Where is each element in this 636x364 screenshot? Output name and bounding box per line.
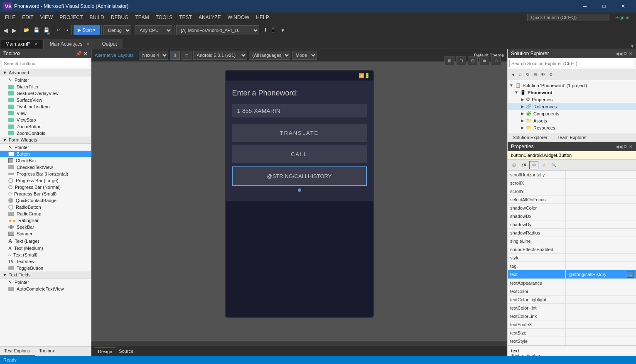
toolbox-item-viewstub[interactable]: ViewStub (0, 117, 91, 123)
minimize-button[interactable]: ─ (575, 0, 594, 12)
menu-edit[interactable]: EDIT (19, 12, 37, 22)
prop-value-text[interactable]: @string/callHistory … (566, 270, 636, 278)
menu-test[interactable]: TEST (176, 12, 195, 22)
prop-scrolly[interactable]: scrollY (508, 187, 636, 195)
prop-shadowcolor[interactable]: shadowColor (508, 204, 636, 212)
toolbox-item-text-medium[interactable]: A Text (Medium) (0, 245, 91, 252)
prop-value-textcolorhighlight[interactable] (566, 296, 636, 303)
design-tab[interactable]: Design (95, 347, 115, 355)
prop-tag[interactable]: tag (508, 262, 636, 270)
toolbox-item-progressbar-l[interactable]: Progress Bar (Large) (0, 177, 91, 184)
prop-value-selectallonfocus[interactable] (566, 195, 636, 203)
prop-value-shadowdx[interactable] (566, 212, 636, 220)
menu-window[interactable]: WINDOW (224, 12, 253, 22)
prop-textsize[interactable]: textSize (508, 329, 636, 337)
se-home-btn[interactable]: ⌂ (518, 71, 523, 78)
alt-layouts-button[interactable]: Alternative Layouts (95, 53, 134, 58)
prop-value-textcolor[interactable] (566, 287, 636, 295)
prop-text-edit-btn[interactable]: … (627, 271, 634, 278)
test-explorer-tab[interactable]: Test Explorer (0, 347, 35, 356)
toolbox-item-text-large[interactable]: A Text (Large) (0, 237, 91, 245)
prop-style[interactable]: style (508, 254, 636, 262)
tree-project[interactable]: ▼ 📱 Phoneword (508, 89, 636, 96)
phone-input[interactable]: 1-855-XAMARIN (232, 104, 367, 117)
search-box[interactable]: Quick Launch (Ctrl+Q) (527, 14, 610, 21)
menu-team[interactable]: TEAM (132, 12, 152, 22)
prop-value-soundeffects[interactable] (566, 245, 636, 253)
prop-value-textstyle[interactable] (566, 337, 636, 345)
menu-view[interactable]: VIEW (37, 12, 56, 22)
mode-dropdown[interactable]: Mode (292, 51, 317, 60)
se-collapse-btn[interactable]: ⊟ (532, 71, 538, 78)
toolbox-item-checkedtextview[interactable]: CheckedTextView (0, 164, 91, 171)
tab-close-activity[interactable]: ✕ (86, 41, 90, 47)
se-filter-btn[interactable]: ⚙ (548, 71, 555, 78)
se-close-icon[interactable]: ✕ (629, 51, 633, 56)
prop-value-shadowradius[interactable] (566, 229, 636, 237)
menu-debug[interactable]: DEBUG (108, 12, 132, 22)
prop-value-tag[interactable] (566, 262, 636, 270)
toolbox-item-zoombutton[interactable]: ZoomButton (0, 123, 91, 130)
tab-close-main[interactable]: ✕ (34, 41, 38, 47)
toolbox-item-pointer-tf[interactable]: ↖ Pointer (0, 278, 91, 286)
toolbox-section-formwidgets[interactable]: ▼ Form Widgets (0, 137, 91, 144)
target-dropdown[interactable]: [A]-MonoForAndroid_API_10 (176, 25, 259, 35)
prop-scrollhorizontally[interactable]: scrollHorizontally (508, 171, 636, 179)
tree-solution[interactable]: ▼ 📋 Solution 'Phoneword' (1 project) (508, 82, 636, 89)
lang-dropdown[interactable]: (All languages) (249, 51, 290, 60)
toolbox-search-input[interactable] (2, 60, 89, 67)
prop-value-textcolorlink[interactable] (566, 312, 636, 320)
layout-btn-5[interactable]: ⊖ (491, 61, 501, 65)
prop-value-scrollhorizontally[interactable] (566, 171, 636, 178)
prop-value-scrollx[interactable] (566, 179, 636, 187)
tree-assets[interactable]: ▶ 📁 Assets (508, 117, 636, 124)
prop-scrollx[interactable]: scrollX (508, 179, 636, 187)
prop-textcolorhint[interactable]: textColorHint (508, 304, 636, 312)
prop-textstyle[interactable]: textStyle (508, 337, 636, 345)
toolbox-item-gestureoverlay[interactable]: GestureOverlayView (0, 90, 91, 97)
prop-shadowradius[interactable]: shadowRadius (508, 229, 636, 237)
props-alphabetical-btn[interactable]: ↕A (519, 161, 528, 169)
signin-link[interactable]: Sign in (610, 15, 634, 20)
save-all-button[interactable]: 💾all (42, 24, 51, 36)
prop-value-singleline[interactable] (566, 237, 636, 245)
se-refresh-btn[interactable]: ↻ (524, 71, 531, 78)
toolbox-item-twolinelistitem[interactable]: TwoLineListItem (0, 103, 91, 110)
device-dropdown[interactable]: Nexus 4 (139, 51, 168, 60)
layout-btn-2[interactable]: ⊡ (456, 61, 466, 65)
prop-textcolorhighlight[interactable]: textColorHighlight (508, 296, 636, 304)
toolbox-pin-icon[interactable]: 📌 (76, 51, 82, 56)
props-categorize-btn[interactable]: ⊞ (509, 161, 518, 169)
se-back-btn[interactable]: ◄ (509, 71, 517, 78)
tree-references[interactable]: ▶ 🔗 References (508, 103, 636, 110)
open-button[interactable]: 📂 (22, 24, 31, 36)
toolbox-section-advanced[interactable]: ▼ Advanced (0, 69, 91, 76)
landscape-button[interactable]: ▭ (182, 51, 192, 60)
props-props-btn[interactable]: ⚙ (529, 161, 538, 169)
menu-project[interactable]: PROJECT (56, 12, 86, 22)
translate-button[interactable]: TRANSLATE (232, 124, 367, 142)
tree-properties[interactable]: ▶ ⚙ Properties (508, 96, 636, 103)
close-button[interactable]: ✕ (614, 0, 633, 12)
tree-components[interactable]: ▶ 🧩 Components (508, 110, 636, 117)
toolbox-item-radiobutton[interactable]: RadioButton (0, 204, 91, 210)
source-tab[interactable]: Source (115, 348, 137, 354)
toolbox-item-pointer-fw[interactable]: ↖ Pointer (0, 144, 91, 151)
prop-text[interactable]: text @string/callHistory … (508, 270, 636, 279)
menu-analyze[interactable]: ANALYZE (195, 12, 224, 22)
device-manager-button[interactable]: 📱 (269, 24, 278, 36)
toolbox-item-radiogroup[interactable]: RadioGroup (0, 210, 91, 217)
se-pin-icon[interactable]: ◀◀ (616, 51, 622, 56)
toolbox-item-pointer-adv[interactable]: ↖ Pointer (0, 76, 91, 83)
se-tab-solution[interactable]: Solution Explorer (508, 133, 553, 142)
toolbox-item-quickcontact[interactable]: QuickContactBadge (0, 197, 91, 204)
layout-btn-4[interactable]: ⊕ (479, 61, 489, 65)
toolbox-item-spinner[interactable]: Spinner (0, 230, 91, 237)
toolbox-item-progressbar-h[interactable]: Progress Bar (Horizontal) (0, 171, 91, 177)
prop-value-textscalex[interactable] (566, 320, 636, 328)
se-show-all-btn[interactable]: 👁 (539, 71, 547, 78)
props-events-btn[interactable]: ⚡ (539, 161, 548, 169)
toolbox-tab[interactable]: Toolbox (35, 347, 59, 356)
prop-shadowdy[interactable]: shadowDy (508, 220, 636, 229)
toolbox-item-progressbar-s[interactable]: Progress Bar (Small) (0, 191, 91, 197)
